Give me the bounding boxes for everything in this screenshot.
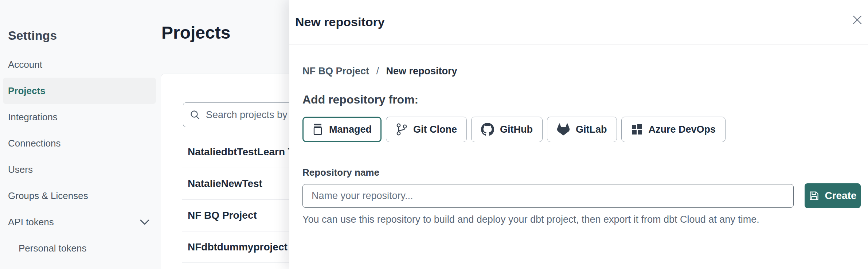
chevron-down-icon (140, 219, 149, 225)
project-name: NataliedbtTestLearn T (188, 146, 294, 158)
search-icon (190, 110, 200, 120)
breadcrumb-separator: / (376, 66, 379, 77)
source-option-azure-devops[interactable]: Azure DevOps (621, 117, 726, 142)
sidebar-item-account[interactable]: Account (3, 51, 156, 78)
sidebar-item-label: Integrations (8, 112, 58, 123)
gitlab-icon (557, 123, 570, 136)
source-option-label: Azure DevOps (649, 124, 716, 135)
sidebar-item-label: Connections (8, 138, 61, 149)
save-icon (809, 190, 820, 201)
breadcrumb: NF BQ Project / New repository (302, 66, 861, 77)
breadcrumb-project-link[interactable]: NF BQ Project (302, 66, 369, 77)
sidebar-item-users[interactable]: Users (3, 156, 156, 183)
source-option-label: Managed (329, 124, 372, 135)
project-name: NF BQ Project (188, 210, 257, 221)
sidebar-item-projects[interactable]: Projects (3, 78, 156, 104)
sidebar-item-label: API tokens (8, 217, 54, 228)
close-button[interactable] (850, 12, 864, 27)
sidebar-item-label: Personal tokens (19, 243, 86, 254)
close-icon (852, 15, 862, 25)
managed-repo-icon (312, 122, 323, 136)
source-option-gitlab[interactable]: GitLab (547, 117, 617, 142)
sidebar-item-connections[interactable]: Connections (3, 130, 156, 156)
sidebar-item-label: Groups & Licenses (8, 190, 88, 202)
repository-name-row: Create (302, 183, 861, 208)
modal-title: New repository (295, 15, 385, 29)
sidebar-item-integrations[interactable]: Integrations (3, 104, 156, 130)
settings-sidebar: Settings Account Projects Integrations C… (0, 0, 157, 269)
sidebar-item-personal-tokens[interactable]: Personal tokens (3, 235, 156, 261)
source-option-managed[interactable]: Managed (302, 117, 382, 142)
git-branch-icon (396, 123, 407, 136)
repository-source-options: Managed Git Clone Gi (302, 117, 861, 142)
repository-name-label: Repository name (302, 167, 861, 178)
project-name: NFdbtdummyproject (188, 241, 288, 253)
sidebar-item-groups-licenses[interactable]: Groups & Licenses (3, 183, 156, 209)
repository-helper-text: You can use this repository to build and… (302, 214, 861, 225)
create-button[interactable]: Create (805, 183, 861, 208)
sidebar-item-label: Projects (8, 85, 46, 97)
project-name: NatalieNewTest (188, 178, 262, 190)
source-option-git-clone[interactable]: Git Clone (386, 117, 467, 142)
new-repository-modal: New repository NF BQ Project / New repos… (289, 0, 868, 269)
azure-devops-icon (631, 124, 643, 135)
github-icon (481, 123, 494, 136)
modal-header: New repository (289, 0, 868, 44)
sidebar-item-label: Account (8, 59, 42, 70)
source-option-label: GitLab (576, 124, 607, 135)
page-title: Projects (161, 23, 230, 43)
source-option-label: GitHub (500, 124, 533, 135)
settings-heading: Settings (8, 28, 57, 43)
source-option-label: Git Clone (413, 124, 457, 135)
add-repository-heading: Add repository from: (302, 93, 861, 106)
sidebar-item-label: Users (8, 164, 33, 175)
create-button-label: Create (825, 190, 856, 202)
modal-body: NF BQ Project / New repository Add repos… (289, 44, 868, 225)
settings-nav: Account Projects Integrations Connection… (3, 51, 156, 261)
repository-name-input[interactable] (302, 184, 794, 208)
source-option-github[interactable]: GitHub (471, 117, 543, 142)
breadcrumb-current: New repository (386, 66, 457, 77)
app-screen: Settings Account Projects Integrations C… (0, 0, 868, 269)
sidebar-item-api-tokens[interactable]: API tokens (3, 209, 156, 235)
